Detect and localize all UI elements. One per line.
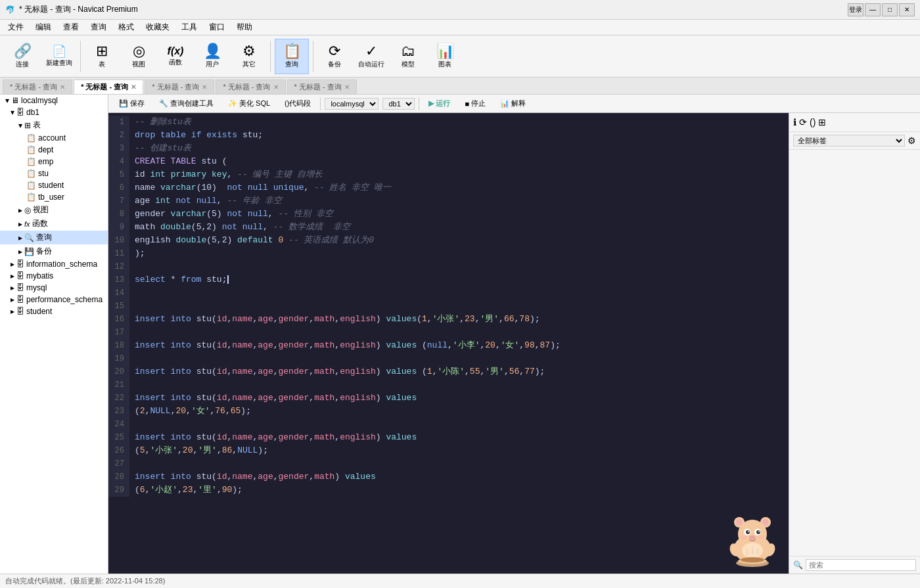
toolbar-model[interactable]: 🗂 模型 bbox=[391, 39, 425, 74]
toolbar-backup[interactable]: ⟳ 备份 bbox=[317, 39, 352, 74]
line-num-4: 4 bbox=[108, 155, 129, 168]
login-button[interactable]: 登录 bbox=[848, 3, 863, 16]
menu-favorites[interactable]: 收藏夹 bbox=[141, 20, 175, 34]
tab-1-close[interactable]: ✕ bbox=[60, 83, 65, 91]
menu-tools[interactable]: 工具 bbox=[176, 20, 202, 34]
stop-button[interactable]: ■ 停止 bbox=[459, 97, 491, 110]
toolbar-other[interactable]: ⚙ 其它 bbox=[232, 39, 266, 74]
menu-view[interactable]: 查看 bbox=[58, 20, 84, 34]
model-icon: 🗂 bbox=[401, 44, 415, 58]
code-line-1: 1 -- 删除stu表 bbox=[108, 116, 789, 129]
db2-selector[interactable]: db1 bbox=[382, 98, 415, 110]
toolbar-chart[interactable]: 📊 图表 bbox=[428, 39, 462, 74]
menu-file[interactable]: 文件 bbox=[3, 20, 29, 34]
line-content-11: ); bbox=[129, 247, 145, 260]
line-num-17: 17 bbox=[108, 326, 129, 339]
menu-help[interactable]: 帮助 bbox=[231, 20, 258, 34]
line-num-6: 6 bbox=[108, 181, 129, 194]
sidebar-table-account[interactable]: 📋 account bbox=[0, 132, 108, 144]
sidebar-functions[interactable]: ▸ fx 函数 bbox=[0, 217, 108, 231]
sidebar-table-emp[interactable]: 📋 emp bbox=[0, 156, 108, 168]
sidebar-table-student[interactable]: 📋 student bbox=[0, 179, 108, 191]
localmysql-label: localmysql bbox=[21, 96, 58, 105]
explain-button[interactable]: 📊 解释 bbox=[495, 97, 531, 110]
run-icon: ▶ bbox=[428, 99, 434, 108]
menu-window[interactable]: 窗口 bbox=[204, 20, 230, 34]
close-button[interactable]: ✕ bbox=[899, 3, 915, 16]
sidebar-backups[interactable]: ▸ 💾 备份 bbox=[0, 244, 108, 258]
line-content-7: age int not null, -- 年龄 非空 bbox=[129, 194, 282, 208]
line-num-27: 27 bbox=[108, 457, 129, 470]
stop-icon: ■ bbox=[465, 100, 469, 108]
line-content-17 bbox=[129, 326, 135, 339]
sidebar-db1[interactable]: ▾ 🗄 db1 bbox=[0, 106, 108, 118]
code-snippet-button[interactable]: ()代码段 bbox=[279, 97, 316, 110]
db-selector[interactable]: localmysql bbox=[325, 98, 379, 110]
sidebar-tables[interactable]: ▾ ⊞ 表 bbox=[0, 118, 108, 132]
minimize-button[interactable]: — bbox=[865, 3, 881, 16]
menu-edit[interactable]: 编辑 bbox=[30, 20, 57, 34]
status-bar: 自动完成代码就绪。(最后更新: 2022-11-04 15:28) bbox=[0, 574, 920, 588]
save-button[interactable]: 💾 保存 bbox=[114, 97, 150, 110]
code-line-12: 12 bbox=[108, 260, 789, 273]
sidebar-table-dept[interactable]: 📋 dept bbox=[0, 144, 108, 156]
code-line-6: 6 name varchar(10) not null unique, -- 姓… bbox=[108, 181, 789, 194]
toolbar-connect[interactable]: 🔗 连接 bbox=[5, 39, 39, 74]
toolbar-query[interactable]: 📋 查询 bbox=[275, 39, 309, 74]
maximize-button[interactable]: □ bbox=[882, 3, 898, 16]
tab-4[interactable]: * 无标题 - 查询 ✕ bbox=[216, 79, 285, 94]
code-line-22: 22 insert into stu(id,name,age,gender,ma… bbox=[108, 392, 789, 405]
create-query-button[interactable]: 🔧 查询创建工具 bbox=[154, 97, 219, 110]
stop-label: 停止 bbox=[471, 99, 486, 108]
tab-2-label: * 无标题 - 查询 bbox=[81, 82, 128, 92]
toolbar-function[interactable]: f(x) 函数 bbox=[158, 39, 193, 74]
run-button[interactable]: ▶ 运行 bbox=[423, 97, 455, 110]
toolbar-user[interactable]: 👤 用户 bbox=[195, 39, 229, 74]
sidebar-perf-schema[interactable]: ▸ 🗄 performance_schema bbox=[0, 294, 108, 305]
code-line-28: 28 insert into stu(id,name,age,gender,ma… bbox=[108, 470, 789, 484]
tab-5[interactable]: * 无标题 - 查询 ✕ bbox=[287, 79, 357, 94]
refresh-icon[interactable]: ⟳ bbox=[799, 117, 807, 127]
menu-query[interactable]: 查询 bbox=[85, 20, 112, 34]
line-content-19 bbox=[129, 352, 135, 365]
sidebar-table-stu[interactable]: 📋 stu bbox=[0, 168, 108, 179]
beautify-button[interactable]: ✨ 美化 SQL bbox=[223, 97, 275, 110]
toolbar-autorun[interactable]: ✓ 自动运行 bbox=[354, 39, 388, 74]
code-line-5: 5 id int primary key, -- 编号 主键 自增长 bbox=[108, 168, 789, 181]
sidebar-info-schema[interactable]: ▸ 🗄 information_schema bbox=[0, 258, 108, 270]
line-content-29: (6,'小赵',23,'里',90); bbox=[129, 484, 242, 497]
tab-2-close[interactable]: ✕ bbox=[131, 83, 136, 91]
tab-2[interactable]: * 无标题 - 查询 ✕ bbox=[74, 79, 143, 94]
code-editor[interactable]: 1 -- 删除stu表 2 drop table if exists stu; … bbox=[108, 113, 789, 574]
code-line-9: 9 math double(5,2) not null, -- 数学成绩 非空 bbox=[108, 221, 789, 234]
sidebar-localmysql[interactable]: ▾ 🖥 localmysql bbox=[0, 95, 108, 106]
sidebar-views[interactable]: ▸ ◎ 视图 bbox=[0, 203, 108, 217]
line-content-8: gender varchar(5) not null, -- 性别 非空 bbox=[129, 208, 333, 221]
code-icon: () bbox=[810, 117, 816, 127]
tab-3[interactable]: * 无标题 - 查询 ✕ bbox=[145, 79, 214, 94]
search-input[interactable] bbox=[806, 559, 916, 571]
tab-4-close[interactable]: ✕ bbox=[273, 83, 279, 91]
new-query-icon: 📄 bbox=[52, 45, 66, 57]
sidebar-table-tbuser[interactable]: 📋 tb_user bbox=[0, 191, 108, 203]
line-content-24 bbox=[129, 418, 135, 431]
tab-1[interactable]: * 无标题 - 查询 ✕ bbox=[3, 79, 72, 94]
tag-settings-icon[interactable]: ⚙ bbox=[908, 135, 916, 146]
sidebar-queries[interactable]: ▸ 🔍 查询 bbox=[0, 231, 108, 244]
menu-format[interactable]: 格式 bbox=[113, 20, 139, 34]
tab-3-close[interactable]: ✕ bbox=[202, 83, 207, 91]
toolbar-view[interactable]: ◎ 视图 bbox=[122, 39, 156, 74]
expand-db1-icon: ▾ bbox=[11, 108, 14, 117]
sidebar-mysql[interactable]: ▸ 🗄 mysql bbox=[0, 282, 108, 294]
sidebar-mybatis[interactable]: ▸ 🗄 mybatis bbox=[0, 270, 108, 282]
code-line-3: 3 -- 创建stu表 bbox=[108, 142, 789, 155]
toolbar-new-query[interactable]: 📄 新建查询 bbox=[42, 39, 76, 74]
tab-5-close[interactable]: ✕ bbox=[344, 83, 350, 91]
table-row-icon: 📋 bbox=[26, 157, 36, 166]
toolbar-table[interactable]: ⊞ 表 bbox=[85, 39, 119, 74]
status-text: 自动完成代码就绪。(最后更新: 2022-11-04 15:28) bbox=[5, 576, 165, 586]
code-line-14: 14 bbox=[108, 286, 789, 300]
line-content-21 bbox=[129, 378, 135, 392]
tag-selector[interactable]: 全部标签 bbox=[793, 135, 905, 147]
sidebar-student-db[interactable]: ▸ 🗄 student bbox=[0, 305, 108, 317]
